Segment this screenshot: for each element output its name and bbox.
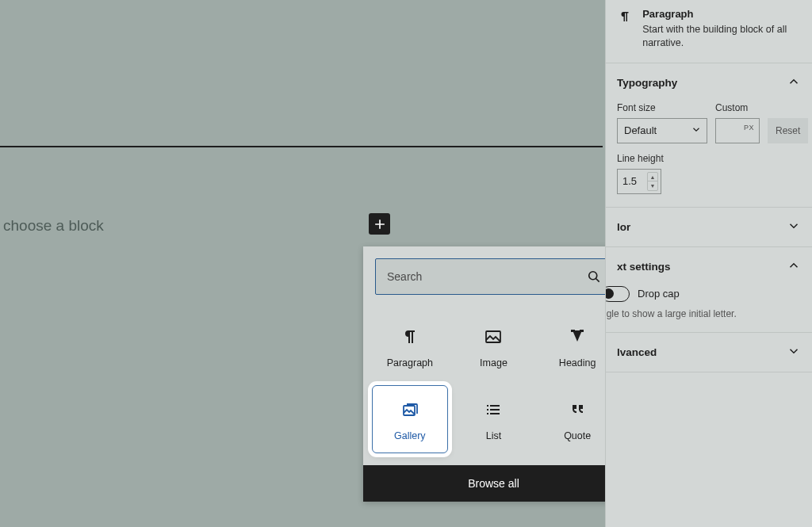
panel-title: lor <box>617 221 630 233</box>
list-icon <box>484 400 503 419</box>
chevron-down-icon <box>787 219 801 235</box>
panel-title: Typography <box>617 77 677 89</box>
custom-label: Custom <box>715 102 760 113</box>
line-height-label: Line height <box>617 153 801 164</box>
svg-line-1 <box>596 279 599 282</box>
plus-icon <box>372 216 388 232</box>
drop-cap-label: Drop cap <box>638 288 680 300</box>
custom-size-input[interactable]: PX <box>715 118 760 143</box>
unit-label: PX <box>744 124 754 132</box>
block-description: Start with the building block of all nar… <box>642 23 801 50</box>
block-label: Quote <box>564 430 591 441</box>
quote-icon <box>568 400 587 419</box>
panel-title: lvanced <box>617 346 657 358</box>
svg-point-0 <box>589 272 597 280</box>
text-settings-panel: xt settings Drop cap ggle to show a larg… <box>606 247 812 333</box>
search-field-wrap <box>375 258 612 295</box>
block-inserter-popover: Paragraph Image Heading Gallery <box>363 246 624 502</box>
editor-canvas[interactable]: choose a block Paragraph <box>0 0 605 527</box>
paragraph-icon <box>400 327 419 346</box>
svg-rect-2 <box>486 331 500 342</box>
font-size-select[interactable]: Default <box>617 118 707 143</box>
settings-sidebar: Paragraph Start with the building block … <box>605 0 812 527</box>
image-icon <box>484 327 503 346</box>
line-height-input[interactable]: 1.5 ▲▼ <box>617 169 661 194</box>
separator-block <box>0 146 603 147</box>
color-toggle[interactable]: lor <box>606 208 812 246</box>
browse-all-button[interactable]: Browse all <box>363 465 624 502</box>
paragraph-icon <box>617 8 633 50</box>
block-item-paragraph[interactable]: Paragraph <box>368 311 452 381</box>
drop-cap-hint: ggle to show a large initial letter. <box>606 308 801 319</box>
advanced-toggle[interactable]: lvanced <box>606 333 812 372</box>
svg-rect-3 <box>571 330 575 332</box>
chevron-up-icon <box>787 74 801 91</box>
font-size-label: Font size <box>617 102 707 113</box>
chevron-up-icon <box>787 258 801 275</box>
heading-icon <box>568 327 587 346</box>
block-label: List <box>486 430 501 441</box>
block-item-gallery[interactable]: Gallery <box>372 385 448 453</box>
font-size-value: Default <box>624 124 657 136</box>
block-card: Paragraph Start with the building block … <box>606 0 812 63</box>
reset-button[interactable]: Reset <box>768 118 808 143</box>
add-block-button[interactable] <box>369 213 390 235</box>
text-settings-toggle[interactable]: xt settings <box>606 247 812 286</box>
block-label: Heading <box>559 357 596 369</box>
block-title: Paragraph <box>642 8 801 20</box>
block-item-list[interactable]: List <box>452 381 536 457</box>
gallery-icon <box>400 400 419 419</box>
panel-title: xt settings <box>617 261 671 273</box>
svg-rect-4 <box>580 330 584 332</box>
color-panel: lor <box>606 208 812 247</box>
paragraph-placeholder[interactable]: choose a block <box>3 217 104 235</box>
search-input[interactable] <box>376 270 576 283</box>
typography-panel: Typography Font size Default Custom PX <box>606 63 812 208</box>
stepper-icon[interactable]: ▲▼ <box>647 172 658 191</box>
block-label: Gallery <box>394 430 426 441</box>
advanced-panel: lvanced <box>606 333 812 372</box>
drop-cap-toggle[interactable] <box>606 286 630 302</box>
block-item-image[interactable]: Image <box>452 311 536 381</box>
typography-toggle[interactable]: Typography <box>606 63 812 102</box>
block-label: Image <box>480 357 508 369</box>
chevron-down-icon <box>691 124 702 137</box>
chevron-down-icon <box>787 344 801 361</box>
block-label: Paragraph <box>387 357 433 369</box>
line-height-value: 1.5 <box>622 175 637 187</box>
